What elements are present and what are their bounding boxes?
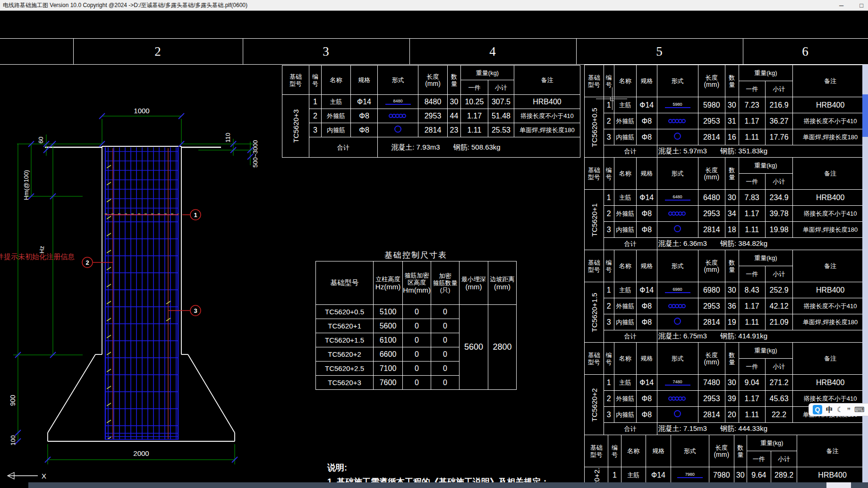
- cell-note: 搭接长度不小于410: [793, 206, 868, 222]
- cell-weight-sub: 21.09: [765, 314, 792, 330]
- hdr-weight-sub: 小计: [488, 80, 514, 95]
- keyboard-icon[interactable]: ⌨: [854, 405, 865, 414]
- cell-name: 内箍筋: [614, 407, 636, 423]
- ruler-label: 6: [791, 44, 819, 59]
- hdr-qty: 数量: [448, 66, 461, 95]
- maximize-button[interactable]: □: [859, 2, 863, 9]
- callout-2[interactable]: 2: [85, 259, 89, 266]
- label-hm: Hm(@100): [23, 170, 30, 200]
- foundation-control-table: 基础型号 立柱高度Hz(mm) 箍筋加密区高度Hm(mm) 加密箍筋数量(只) …: [315, 261, 517, 390]
- cell-name: 外箍筋: [322, 109, 351, 123]
- cell-spec: Ф14: [646, 467, 671, 483]
- ime-language-toggle[interactable]: 中: [826, 405, 833, 414]
- moon-night-mode-icon[interactable]: ☾: [837, 405, 843, 414]
- cell-hz: 6600: [374, 347, 403, 362]
- cell-qty: 0: [431, 333, 460, 347]
- minimize-button[interactable]: ─: [839, 2, 843, 9]
- callout-1[interactable]: 1: [194, 211, 197, 219]
- cell-spec: Φ8: [636, 314, 657, 330]
- hdr-slope-distance: 边坡距离(mm): [488, 261, 517, 305]
- punctuation-toggle-icon[interactable]: ”: [847, 406, 851, 414]
- cell-note: HRB400: [797, 467, 868, 483]
- cell-weight-one: 7.23: [739, 97, 765, 113]
- ime-logo-icon[interactable]: Q: [813, 405, 822, 414]
- hdr-name: 名称: [621, 435, 646, 467]
- cell-shape: [657, 298, 698, 314]
- cell-weight-one: 1.11: [461, 123, 488, 137]
- cell-qty: 36: [725, 298, 739, 314]
- cell-qty: 0: [431, 305, 460, 319]
- cell-weight-one: 10.25: [461, 95, 488, 109]
- cell-length: 2814: [418, 123, 448, 137]
- cell-name: 外箍筋: [614, 206, 636, 222]
- cell-weight-one: 1.11: [739, 222, 765, 238]
- cell-weight-sub: 307.5: [488, 95, 514, 109]
- cell-weight-sub: 39.78: [765, 206, 792, 222]
- cell-length: 2953: [698, 206, 725, 222]
- hdr-note: 备注: [797, 435, 868, 467]
- hdr-weight: 重量(kg): [461, 66, 514, 80]
- cell-spec: Φ8: [351, 123, 378, 137]
- rebar-row: 2外箍筋Φ82953361.1742.12搭接长度不小于410: [585, 298, 868, 314]
- cell-weight-one: 9.64: [747, 467, 771, 483]
- cell-shape: [657, 407, 698, 423]
- scrollbar-thumb[interactable]: [862, 94, 868, 137]
- hdr-weight-one: 一件: [739, 81, 765, 97]
- cell-name: 外箍筋: [614, 298, 636, 314]
- control-table-title: 基础控制尺寸表: [315, 250, 516, 261]
- totals-label: 合计: [604, 423, 657, 435]
- inner-stirrup-shape-icon: [674, 318, 681, 325]
- ime-toolbar: Q 中 ☾ ” ⌨: [808, 403, 868, 416]
- cell-model: TC5620+1.5: [585, 282, 604, 343]
- hdr-qty: 数量: [725, 250, 739, 282]
- rebar-row: TC5620+1.51主筋Ф1469806980308.43252.9HRB40…: [585, 282, 868, 298]
- cell-shape: [657, 113, 698, 129]
- cell-note: HRB400: [793, 375, 868, 391]
- cell-shape: [378, 109, 418, 123]
- cell-qty: 18: [725, 222, 739, 238]
- cell-name: 主筋: [621, 467, 646, 483]
- cell-spec: Φ8: [351, 109, 378, 123]
- notes-heading: 说明:: [327, 462, 549, 473]
- cell-name: 内箍筋: [614, 129, 636, 145]
- cell-qty: 20: [725, 407, 739, 423]
- cell-model: TC5620+1.5: [316, 333, 374, 347]
- cell-name: 主筋: [614, 190, 636, 206]
- hdr-name: 名称: [614, 343, 636, 375]
- cell-weight-one: 1.11: [739, 314, 765, 330]
- cell-weight-one: 8.43: [739, 282, 765, 298]
- rebar-row: TC5620+2.51主筋Ф1479807980309.64289.2HRB40…: [585, 467, 868, 483]
- cell-weight-one: 9.04: [739, 375, 765, 391]
- main-bar-shape-icon: [665, 107, 690, 108]
- hdr-no: 编号: [309, 66, 322, 95]
- cell-weight-sub: 234.9: [765, 190, 792, 206]
- totals-row: 合计混凝土: 5.97m3钢筋: 351.83kg: [585, 145, 868, 158]
- cell-no: 1: [309, 95, 322, 109]
- hdr-length: 长度(mm): [698, 343, 725, 375]
- cell-model: TC5620+1: [585, 190, 604, 250]
- hdr-note: 备注: [793, 158, 868, 190]
- totals-values: 混凝土: 5.97m3钢筋: 351.83kg: [657, 145, 868, 158]
- cell-weight-sub: 25.53: [488, 123, 514, 137]
- cell-length: 2814: [698, 314, 725, 330]
- cell-length: 7980: [709, 467, 734, 483]
- cell-qty: 0: [431, 376, 460, 390]
- foundation-elevation-drawing: 1000 2000 900 100 60 110 500~3000 Hm(@10…: [0, 61, 283, 488]
- cell-no: 3: [604, 407, 614, 423]
- cell-note: 单面焊,焊接长度180: [793, 314, 868, 330]
- cell-spec: Φ8: [636, 129, 657, 145]
- ucs-axis-icon: X: [8, 472, 46, 480]
- cell-spec: Φ8: [636, 407, 657, 423]
- hdr-weight-one: 一件: [739, 266, 765, 282]
- cell-note: 单面焊,焊接长度180: [793, 129, 868, 145]
- callout-3[interactable]: 3: [194, 307, 197, 314]
- license-watermark: 控件提示未初始化注册信息: [0, 252, 75, 261]
- ruler-divider: [73, 39, 74, 64]
- cell-no: 1: [604, 375, 614, 391]
- hdr-shape: 形式: [657, 250, 698, 282]
- cell-weight-one: 1.17: [739, 206, 765, 222]
- hdr-qty: 数量: [734, 435, 747, 467]
- totals-label: 合计: [309, 137, 378, 158]
- cell-note: HRB400: [514, 95, 580, 109]
- cell-name: 内箍筋: [322, 123, 351, 137]
